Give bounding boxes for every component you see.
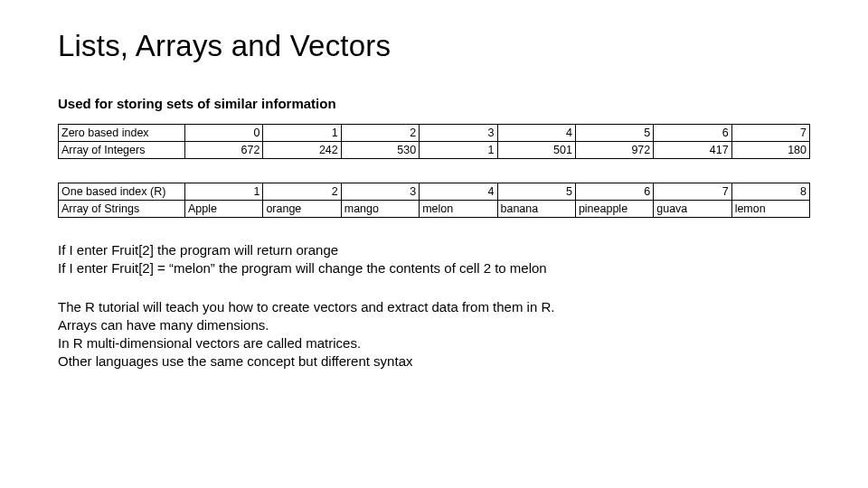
- index-cell: 2: [341, 125, 419, 142]
- value-cell: guava: [654, 201, 731, 218]
- row-label: Zero based index: [59, 125, 185, 142]
- index-cell: 0: [185, 125, 263, 142]
- index-cell: 4: [497, 125, 575, 142]
- index-cell: 4: [420, 183, 497, 201]
- example-paragraph: If I enter Fruit[2] the program will ret…: [58, 241, 810, 278]
- body-text: Arrays can have many dimensions.: [58, 316, 810, 334]
- body-text: If I enter Fruit[2] the program will ret…: [58, 241, 810, 259]
- value-cell: 242: [263, 142, 341, 159]
- index-cell: 3: [341, 183, 419, 201]
- body-text: In R multi-dimensional vectors are calle…: [58, 334, 810, 352]
- integer-array-table: Zero based index 0 1 2 3 4 5 6 7 Array o…: [58, 124, 810, 159]
- value-cell: mango: [341, 201, 419, 218]
- value-cell: 530: [341, 142, 419, 159]
- value-cell: 1: [420, 142, 497, 159]
- value-cell: 501: [497, 142, 575, 159]
- index-cell: 1: [263, 125, 341, 142]
- row-label: Array of Strings: [59, 201, 185, 218]
- row-label: Array of Integers: [59, 142, 185, 159]
- value-cell: 672: [185, 142, 263, 159]
- index-cell: 8: [731, 183, 809, 201]
- index-cell: 6: [654, 125, 731, 142]
- value-cell: banana: [497, 201, 575, 218]
- table-row: One based index (R) 1 2 3 4 5 6 7 8: [59, 183, 810, 201]
- value-cell: 417: [654, 142, 731, 159]
- value-cell: 180: [731, 142, 809, 159]
- value-cell: pineapple: [575, 201, 653, 218]
- index-cell: 5: [497, 183, 575, 201]
- subtitle-text: Used for storing sets of similar informa…: [58, 96, 810, 111]
- explanation-paragraph: The R tutorial will teach you how to cre…: [58, 298, 810, 371]
- table-row: Array of Strings Apple orange mango melo…: [59, 201, 810, 218]
- string-array-table: One based index (R) 1 2 3 4 5 6 7 8 Arra…: [58, 183, 810, 218]
- index-cell: 2: [263, 183, 341, 201]
- body-text: If I enter Fruit[2] = “melon” the progra…: [58, 259, 810, 277]
- value-cell: melon: [420, 201, 497, 218]
- body-text: Other languages use the same concept but…: [58, 352, 810, 371]
- value-cell: orange: [263, 201, 341, 218]
- index-cell: 3: [420, 125, 497, 142]
- index-cell: 6: [575, 183, 653, 201]
- row-label: One based index (R): [59, 183, 185, 201]
- table-row: Array of Integers 672 242 530 1 501 972 …: [59, 142, 810, 159]
- body-text: The R tutorial will teach you how to cre…: [58, 298, 810, 316]
- index-cell: 7: [654, 183, 731, 201]
- value-cell: 972: [575, 142, 653, 159]
- index-cell: 7: [731, 125, 809, 142]
- index-cell: 5: [575, 125, 653, 142]
- index-cell: 1: [185, 183, 263, 201]
- page-title: Lists, Arrays and Vectors: [58, 29, 810, 63]
- value-cell: lemon: [731, 201, 809, 218]
- value-cell: Apple: [185, 201, 263, 218]
- table-row: Zero based index 0 1 2 3 4 5 6 7: [59, 125, 810, 142]
